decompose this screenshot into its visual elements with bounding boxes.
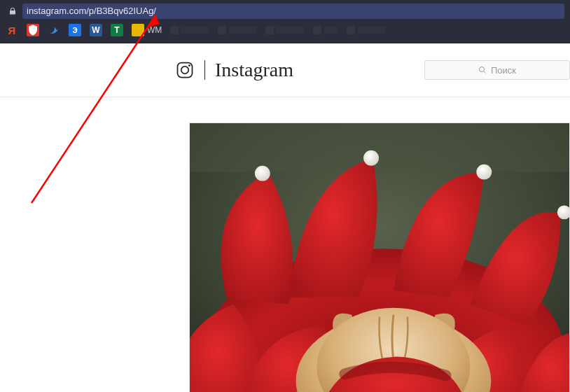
search-placeholder: Поиск (491, 65, 516, 76)
url-text: instagram.com/p/B3Bqv62IUAg/ (27, 6, 156, 16)
bookmark-obscured-4[interactable] (313, 26, 338, 34)
svg-rect-6 (190, 123, 569, 172)
bookmark-wm-label: WM (147, 25, 162, 35)
browser-chrome: instagram.com/p/B3Bqv62IUAg/ Я Э W T WM (0, 0, 570, 43)
bookmark-shield[interactable] (27, 24, 39, 36)
brand-area: Instagram (175, 60, 293, 80)
bookmark-app1[interactable]: Э (69, 24, 81, 36)
site-header: Instagram Поиск (0, 43, 570, 97)
svg-point-3 (479, 67, 484, 72)
post-image[interactable] (189, 122, 570, 392)
address-bar[interactable]: instagram.com/p/B3Bqv62IUAg/ (22, 4, 564, 19)
bookmark-obscured-2[interactable] (218, 26, 257, 34)
svg-point-9 (363, 150, 379, 166)
addressbar-row: instagram.com/p/B3Bqv62IUAg/ (0, 0, 570, 20)
brand-divider (204, 60, 205, 80)
bookmark-obscured-5[interactable] (347, 26, 386, 34)
folder-icon (132, 24, 144, 36)
bookmark-yandex[interactable]: Я (6, 24, 18, 36)
bookmark-obscured-1[interactable] (170, 26, 209, 34)
main-content (0, 97, 570, 392)
shield-icon (27, 24, 39, 36)
lock-icon[interactable] (6, 4, 20, 18)
bird-icon (48, 24, 60, 36)
camera-icon[interactable] (175, 60, 195, 80)
bookmark-word[interactable]: W (90, 24, 102, 36)
bookmark-wm[interactable]: WM (132, 24, 162, 36)
bookmark-obscured-3[interactable] (265, 26, 305, 34)
svg-point-2 (188, 64, 190, 66)
header-inner: Instagram Поиск (175, 60, 570, 80)
svg-point-8 (255, 166, 270, 181)
bookmarks-bar: Я Э W T WM (0, 20, 570, 41)
bookmark-bird[interactable] (48, 24, 60, 36)
svg-point-1 (181, 66, 189, 74)
svg-point-10 (476, 164, 492, 180)
search-icon (478, 66, 487, 74)
search-input[interactable]: Поиск (424, 60, 570, 80)
svg-line-4 (483, 71, 485, 74)
brand-logo[interactable]: Instagram (215, 60, 293, 80)
bookmark-sheets[interactable]: T (111, 24, 123, 36)
cat-photo (190, 123, 569, 392)
